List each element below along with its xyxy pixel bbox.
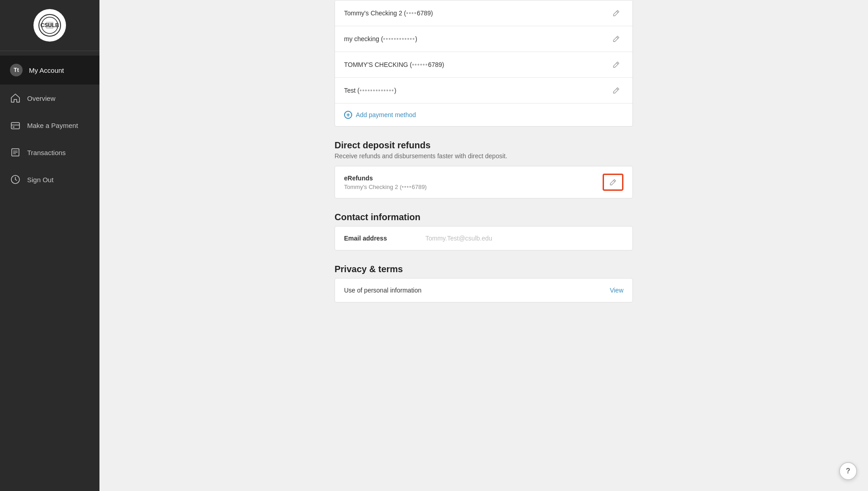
- sidebar-item-sign-out[interactable]: Sign Out: [0, 166, 99, 193]
- help-button[interactable]: ?: [839, 462, 857, 480]
- payment-item-my-checking-name: my checking (••••••••••••): [344, 35, 417, 42]
- payment-item-test: Test (•••••••••••••): [335, 78, 632, 104]
- contact-card: Email address Tommy.Test@csulb.edu: [335, 226, 633, 250]
- edit-button-my-checking[interactable]: [609, 33, 623, 44]
- privacy-header: Privacy & terms: [335, 264, 633, 274]
- privacy-title: Privacy & terms: [335, 264, 633, 274]
- svg-rect-6: [13, 127, 14, 127]
- main-content: Tommy's Checking 2 (••••6789) my checkin…: [99, 0, 868, 491]
- payment-icon: [10, 120, 21, 131]
- privacy-card: Use of personal information View: [335, 278, 633, 302]
- edit-erefunds-button[interactable]: [603, 174, 623, 191]
- sidebar-item-overview[interactable]: Overview: [0, 85, 99, 112]
- payment-item-tommy-checking-2: Tommy's Checking 2 (••••6789): [335, 0, 632, 26]
- payment-item-my-checking: my checking (••••••••••••): [335, 26, 632, 52]
- sidebar-item-my-account-label: My Account: [29, 66, 64, 74]
- privacy-section: Privacy & terms Use of personal informat…: [335, 264, 633, 302]
- sidebar-item-my-account[interactable]: Tt My Account: [0, 56, 99, 85]
- erefunds-card: eRefunds Tommy's Checking 2 (••••6789): [335, 166, 633, 198]
- privacy-item-label: Use of personal information: [344, 287, 421, 294]
- sidebar-logo: CSULB: [0, 0, 99, 51]
- erefunds-title: eRefunds: [344, 175, 427, 182]
- view-privacy-link[interactable]: View: [610, 287, 623, 294]
- add-payment-row: + Add payment method: [335, 104, 632, 126]
- sidebar-item-overview-label: Overview: [27, 94, 56, 102]
- direct-deposit-header: Direct deposit refunds Receive refunds a…: [335, 140, 633, 160]
- home-icon: [10, 93, 21, 104]
- signout-icon: [10, 174, 21, 185]
- erefunds-info: eRefunds Tommy's Checking 2 (••••6789): [344, 175, 427, 190]
- email-value: Tommy.Test@csulb.edu: [425, 235, 492, 242]
- payment-methods-list: Tommy's Checking 2 (••••6789) my checkin…: [335, 0, 633, 127]
- contact-section: Contact information Email address Tommy.…: [335, 212, 633, 250]
- email-label: Email address: [344, 235, 425, 242]
- university-logo: CSULB: [33, 9, 66, 42]
- payment-item-tommy-checking-upper: TOMMY'S CHECKING (••••••6789): [335, 52, 632, 78]
- direct-deposit-subtitle: Receive refunds and disbursements faster…: [335, 152, 633, 160]
- edit-button-test[interactable]: [609, 85, 623, 96]
- svg-rect-5: [11, 124, 19, 126]
- edit-button-tommy-checking-upper[interactable]: [609, 59, 623, 70]
- contact-header: Contact information: [335, 212, 633, 222]
- direct-deposit-section: Direct deposit refunds Receive refunds a…: [335, 140, 633, 198]
- payment-item-tommy-checking-2-name: Tommy's Checking 2 (••••6789): [344, 9, 433, 17]
- sidebar-navigation: Tt My Account Overview Make a Payme: [0, 51, 99, 193]
- add-payment-link[interactable]: Add payment method: [356, 111, 416, 118]
- payment-item-test-name: Test (•••••••••••••): [344, 87, 396, 94]
- sidebar-item-sign-out-label: Sign Out: [27, 176, 53, 184]
- svg-text:CSULB: CSULB: [40, 22, 59, 28]
- erefunds-account: Tommy's Checking 2 (••••6789): [344, 184, 427, 190]
- sidebar-item-transactions-label: Transactions: [27, 149, 66, 156]
- payment-item-tommy-checking-upper-name: TOMMY'S CHECKING (••••••6789): [344, 61, 444, 68]
- contact-title: Contact information: [335, 212, 633, 222]
- user-avatar: Tt: [10, 64, 23, 76]
- edit-button-tommy-checking-2[interactable]: [609, 8, 623, 19]
- sidebar: CSULB Tt My Account Overview: [0, 0, 99, 491]
- add-payment-icon: +: [344, 111, 352, 119]
- sidebar-item-transactions[interactable]: Transactions: [0, 139, 99, 166]
- help-icon: ?: [846, 467, 850, 475]
- sidebar-item-make-payment-label: Make a Payment: [27, 122, 78, 129]
- sidebar-item-make-payment[interactable]: Make a Payment: [0, 112, 99, 139]
- transactions-icon: [10, 147, 21, 158]
- direct-deposit-title: Direct deposit refunds: [335, 140, 633, 151]
